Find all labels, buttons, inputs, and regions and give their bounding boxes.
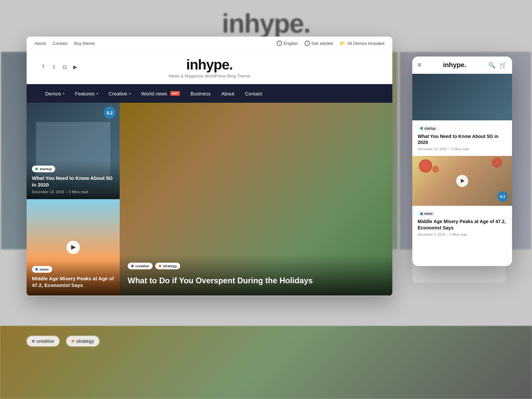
mobile-preview: ≡ inhype. 🔍 🛒 startup What You Need to K… xyxy=(412,57,512,266)
article-overlay-5g: startup What You Need to Know About 5G i… xyxy=(27,160,120,199)
buy-theme-link[interactable]: Buy theme xyxy=(74,41,95,46)
category-dot-orange xyxy=(159,265,161,267)
all-demos-button[interactable]: 📁 All Demos Included xyxy=(339,41,384,46)
mobile-actions: 🔍 🛒 xyxy=(488,62,507,69)
article-title-misery: Middle Age Misery Peaks at Age of 47.2, … xyxy=(32,275,114,288)
question-icon-2: ? xyxy=(305,41,310,46)
contact-link[interactable]: Contact xyxy=(53,41,67,46)
mobile-article-meta-5g: December 10, 2019 ○ 5 Mins read xyxy=(418,147,507,151)
mobile-category-dot-blue xyxy=(420,212,423,215)
article-score-badge: 8.2 xyxy=(104,107,116,119)
twitter-icon[interactable]: 𝕥 xyxy=(51,64,57,70)
mobile-article-card-5g[interactable]: startup What You Need to Know About 5G i… xyxy=(412,120,512,156)
nav-item-features[interactable]: Features ▾ xyxy=(70,84,103,103)
utility-bar: About Contact Buy theme ? English ? Get … xyxy=(27,37,392,50)
article-title-holidays: What to Do if You Overspent During the H… xyxy=(128,275,384,286)
browser-window: About Contact Buy theme ? English ? Get … xyxy=(27,37,392,296)
play-icon xyxy=(71,245,76,250)
mobile-category-dot-green xyxy=(420,127,423,130)
bottom-tag-dot-orange xyxy=(71,340,74,342)
category-badge-startup[interactable]: startup xyxy=(32,166,55,172)
search-icon[interactable]: 🔍 xyxy=(488,62,495,69)
folder-icon: 📁 xyxy=(339,41,345,46)
english-link[interactable]: ? English xyxy=(277,41,298,46)
category-badge-creative[interactable]: creative xyxy=(128,263,153,269)
utility-bar-left: About Contact Buy theme xyxy=(35,41,95,46)
mobile-hero-image xyxy=(412,74,512,120)
play-button[interactable] xyxy=(66,241,80,254)
mobile-header: ≡ inhype. 🔍 🛒 xyxy=(412,57,512,74)
mobile-category-badge-startup[interactable]: startup xyxy=(418,126,438,131)
articles-grid: 8.2 startup What You Need to Know About … xyxy=(27,103,392,296)
bg-title: inhype. xyxy=(0,8,532,39)
site-logo: inhype. xyxy=(40,57,379,73)
mobile-article-title-5g: What You Need to Know About 5G in 2020 xyxy=(418,133,507,145)
article-overlay-holidays: creative strategy What to Do if You Over… xyxy=(120,255,392,296)
chevron-down-icon: ▾ xyxy=(63,92,65,95)
bottom-blur-area: creative strategy xyxy=(0,326,532,399)
article-title-5g: What You Need to Know About 5G in 2020 xyxy=(32,175,114,188)
category-badge-strategy[interactable]: strategy xyxy=(155,263,181,269)
main-navigation: Demos ▾ Features ▾ Creative ▾ World news… xyxy=(27,84,392,103)
article-meta-5g: December 10, 2019 ○ 5 Mins read xyxy=(32,190,114,194)
nav-item-contact[interactable]: Contact xyxy=(240,84,268,103)
nav-item-demos[interactable]: Demos ▾ xyxy=(40,84,70,103)
nav-item-world-news[interactable]: World news HOT xyxy=(136,84,185,103)
bottom-tag-creative[interactable]: creative xyxy=(27,336,60,346)
mobile-logo: inhype. xyxy=(443,61,466,69)
mobile-article-title-misery: Middle Age Misery Peaks at Age of 47.2, … xyxy=(418,218,507,230)
hamburger-icon[interactable]: ≡ xyxy=(418,62,421,68)
instagram-icon[interactable]: ⊡ xyxy=(61,64,68,70)
article-col-main[interactable]: creative strategy What to Do if You Over… xyxy=(120,103,392,296)
article-overlay-misery: news Middle Age Misery Peaks at Age of 4… xyxy=(27,261,120,296)
facebook-icon[interactable]: f xyxy=(40,64,47,70)
mobile-play-icon xyxy=(461,179,465,183)
mobile-article-card-misery[interactable]: news Middle Age Misery Peaks at Age of 4… xyxy=(412,206,512,241)
mobile-article-meta-misery: December 3, 2019 ○ 5 Mins read xyxy=(418,233,507,236)
article-card-5g[interactable]: 8.2 startup What You Need to Know About … xyxy=(27,103,120,199)
category-dot-blue xyxy=(35,268,38,271)
mobile-score-badge: 8.2 xyxy=(497,191,508,202)
chevron-down-icon-2: ▾ xyxy=(96,92,98,95)
nav-item-business[interactable]: Business xyxy=(185,84,216,103)
about-link[interactable]: About xyxy=(35,41,46,46)
mobile-category-badge-news[interactable]: news xyxy=(418,211,435,216)
bottom-tag-dot-purple xyxy=(32,340,35,342)
category-dot-purple xyxy=(131,265,134,267)
article-card-misery[interactable]: news Middle Age Misery Peaks at Age of 4… xyxy=(27,199,120,296)
cart-icon[interactable]: 🛒 xyxy=(499,62,507,69)
site-tagline: News & Magazine WordPress Blog Theme xyxy=(40,73,379,78)
chevron-down-icon-3: ▾ xyxy=(129,92,131,95)
category-badge-news[interactable]: news xyxy=(32,266,52,273)
get-started-link[interactable]: ? Get started xyxy=(305,41,333,46)
social-icons: f 𝕥 ⊡ ▶ xyxy=(40,64,78,70)
mobile-play-button[interactable] xyxy=(456,175,468,187)
nav-item-creative[interactable]: Creative ▾ xyxy=(103,84,136,103)
category-dot-green xyxy=(35,168,38,170)
article-col-left: 8.2 startup What You Need to Know About … xyxy=(27,103,120,296)
nav-item-about[interactable]: About xyxy=(216,84,240,103)
mobile-video-card[interactable]: 8.2 xyxy=(412,156,512,206)
site-header: f 𝕥 ⊡ ▶ inhype. News & Magazine WordPres… xyxy=(27,50,392,84)
hot-badge: HOT xyxy=(170,91,180,96)
utility-bar-right: ? English ? Get started 📁 All Demos Incl… xyxy=(277,41,384,46)
question-icon: ? xyxy=(277,41,282,46)
youtube-icon[interactable]: ▶ xyxy=(72,64,78,70)
bottom-tag-strategy[interactable]: strategy xyxy=(66,336,99,346)
